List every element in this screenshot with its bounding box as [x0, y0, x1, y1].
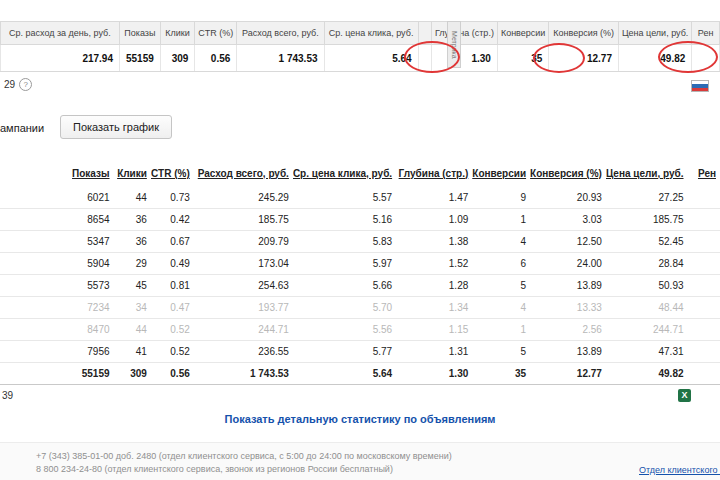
cell: 4 [472, 297, 530, 319]
table-row: 6021 44 0.73 245.29 5.57 1.47 9 20.93 27… [0, 187, 720, 209]
summary-col-total-spend[interactable]: Расход всего, руб. [237, 22, 324, 45]
cell: 24.00 [530, 253, 606, 275]
cell: 5.16 [293, 209, 396, 231]
items-count-row: 29 ? [4, 78, 32, 91]
table-row: 8654 36 0.42 185.75 5.16 1.09 1 3.03 185… [0, 209, 720, 231]
excel-export-icon[interactable]: X [678, 389, 691, 402]
cell: 173.04 [194, 253, 293, 275]
summary-col-avg-cpc[interactable]: Ср. цена клика, руб. [324, 22, 418, 45]
col-avg-cpc[interactable]: Ср. цена клика, руб. [293, 163, 396, 187]
cell: 6021 [0, 187, 114, 209]
cell: 5.70 [293, 297, 396, 319]
total-cell: 5.64 [293, 363, 396, 385]
summary-value-avg-daily-spend: 217.94 [1, 45, 120, 72]
cell: 8654 [0, 209, 114, 231]
summary-value-clicks: 309 [160, 45, 195, 72]
table-row: 5347 36 0.67 209.79 5.83 1.38 4 12.50 52… [0, 231, 720, 253]
total-cell: 55159 [0, 363, 114, 385]
cell: 5347 [0, 231, 114, 253]
table-row-muted: 8470 44 0.52 244.71 5.56 1.15 1 2.56 244… [0, 319, 720, 341]
help-icon[interactable]: ? [19, 78, 32, 91]
cell: 185.75 [194, 209, 293, 231]
cell [688, 209, 720, 231]
cell: 1.52 [396, 253, 472, 275]
total-cell: 12.77 [530, 363, 606, 385]
total-cell: 0.56 [151, 363, 194, 385]
col-total-spend[interactable]: Расход всего, руб. [194, 163, 293, 187]
col-cut[interactable]: Рен [688, 163, 720, 187]
footer: +7 (343) 385-01-00 доб. 2480 (отдел клие… [0, 442, 720, 480]
col-conversions[interactable]: Конверсии [472, 163, 530, 187]
cell: 1.34 [396, 297, 472, 319]
summary-col-conversion-rate[interactable]: Конверсия (%) [549, 22, 619, 45]
cell: 20.93 [530, 187, 606, 209]
cell: 0.47 [151, 297, 194, 319]
total-cell: 49.82 [606, 363, 688, 385]
show-details-link[interactable]: Показать детальную статистику по объявле… [0, 413, 720, 425]
cell: 1.31 [396, 341, 472, 363]
cell: 8470 [0, 319, 114, 341]
cell [688, 187, 720, 209]
cell: 36 [114, 209, 151, 231]
col-impressions[interactable]: Показы [0, 163, 114, 187]
cell: 5.57 [293, 187, 396, 209]
cell: 244.71 [606, 319, 688, 341]
footer-phone-moscow: +7 (343) 385-01-00 доб. 2480 (отдел клие… [36, 451, 452, 461]
cell: 45 [114, 275, 151, 297]
cell: 28.84 [606, 253, 688, 275]
table-header-row: Показы Клики CTR (%) Расход всего, руб. … [0, 163, 720, 187]
col-clicks[interactable]: Клики [114, 163, 151, 187]
summary-col-impressions[interactable]: Показы [119, 22, 160, 45]
cell: 0.42 [151, 209, 194, 231]
cell: 1.47 [396, 187, 472, 209]
summary-col-clicks[interactable]: Клики [160, 22, 195, 45]
cell: 5.56 [293, 319, 396, 341]
cell: 254.63 [194, 275, 293, 297]
annotation-circle-conversions [533, 43, 585, 73]
total-cell: 1 743.53 [194, 363, 293, 385]
items-count: 29 [4, 79, 15, 90]
cell: 7956 [0, 341, 114, 363]
col-conversion-rate[interactable]: Конверсия (%) [530, 163, 606, 187]
table-total-row: 55159 309 0.56 1 743.53 5.64 1.30 35 12.… [0, 363, 720, 385]
statistics-table: Показы Клики CTR (%) Расход всего, руб. … [0, 163, 720, 385]
cell: 5 [472, 341, 530, 363]
cell: 13.89 [530, 275, 606, 297]
col-ctr[interactable]: CTR (%) [151, 163, 194, 187]
total-cell [688, 363, 720, 385]
support-link[interactable]: Отдел клиентского сервиса [639, 465, 720, 475]
cell: 36 [114, 231, 151, 253]
cell: 41 [114, 341, 151, 363]
col-depth[interactable]: Глубина (стр.) [396, 163, 472, 187]
cell: 34 [114, 297, 151, 319]
cell: 13.89 [530, 341, 606, 363]
summary-value-impressions: 55159 [119, 45, 160, 72]
summary-value-total-spend: 1 743.53 [237, 45, 324, 72]
cell: 5.83 [293, 231, 396, 253]
summary-col-conversions[interactable]: Конверсии [497, 22, 548, 45]
cell: 5573 [0, 275, 114, 297]
show-chart-button[interactable]: Показать график [60, 115, 172, 139]
table-row: 7956 41 0.52 236.55 5.77 1.31 5 13.89 47… [0, 341, 720, 363]
cell: 47.31 [606, 341, 688, 363]
cell: 209.79 [194, 231, 293, 253]
summary-col-avg-daily-spend[interactable]: Ср. расход за день, руб. [1, 22, 120, 45]
cell: 0.49 [151, 253, 194, 275]
cell: 5.97 [293, 253, 396, 275]
cell: 5904 [0, 253, 114, 275]
cell [688, 319, 720, 341]
summary-col-ctr[interactable]: CTR (%) [195, 22, 237, 45]
cell: 50.93 [606, 275, 688, 297]
annotation-circle-cost-per-goal [658, 41, 718, 73]
col-cost-per-goal[interactable]: Цена цели, руб. [606, 163, 688, 187]
total-cell: 309 [114, 363, 151, 385]
cell: 1 [472, 319, 530, 341]
cell: 0.73 [151, 187, 194, 209]
cell: 0.81 [151, 275, 194, 297]
cell: 193.77 [194, 297, 293, 319]
annotation-circle-avg-cpc [404, 41, 460, 73]
cell: 245.29 [194, 187, 293, 209]
cell: 5 [472, 275, 530, 297]
table-row: 5904 29 0.49 173.04 5.97 1.52 6 24.00 28… [0, 253, 720, 275]
russia-flag-icon[interactable] [691, 80, 709, 92]
